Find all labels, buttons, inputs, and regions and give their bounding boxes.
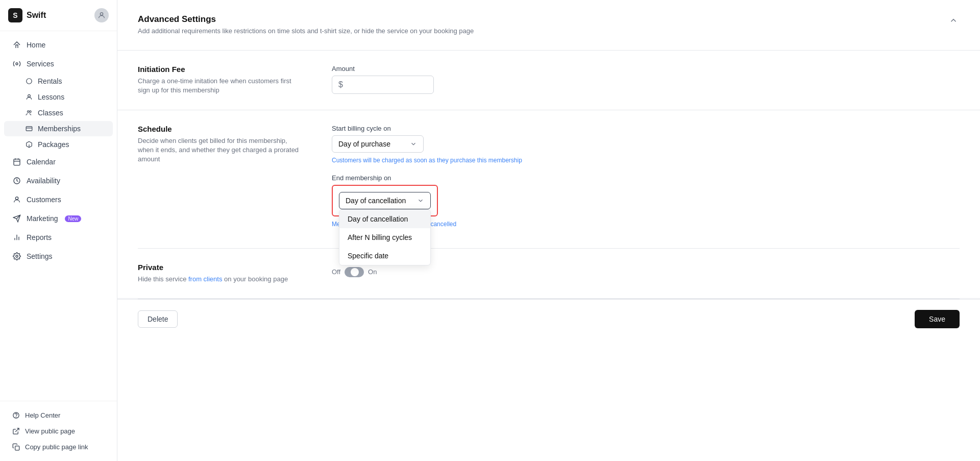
- initiation-fee-title: Initiation Fee: [138, 65, 301, 74]
- view-public-page-item[interactable]: View public page: [4, 423, 113, 439]
- external-link-icon: [12, 427, 20, 435]
- sidebar-item-lessons[interactable]: Lessons: [4, 89, 113, 105]
- copy-public-link-label: Copy public page link: [25, 443, 88, 451]
- svg-point-5: [30, 111, 32, 113]
- sidebar-item-packages[interactable]: Packages: [4, 137, 113, 152]
- content-area: Advanced Settings Add additional require…: [117, 0, 980, 461]
- sidebar-item-memberships[interactable]: Memberships: [4, 121, 113, 136]
- packages-icon: [26, 141, 33, 148]
- end-membership-dropdown-menu: Day of cancellation After N billing cycl…: [339, 209, 431, 265]
- sidebar-item-lessons-label: Lessons: [38, 93, 64, 101]
- dropdown-item-specific-date[interactable]: Specific date: [339, 247, 430, 265]
- start-billing-label: Start billing cycle on: [332, 125, 960, 132]
- sidebar-item-customers[interactable]: Customers: [4, 190, 113, 209]
- sidebar-item-services[interactable]: Services: [4, 55, 113, 73]
- help-center-item[interactable]: Help Center: [4, 407, 113, 423]
- private-title: Private: [138, 263, 301, 272]
- toggle-thumb: [351, 268, 359, 276]
- private-desc: Hide this service from clients on your b…: [138, 275, 301, 284]
- svg-point-2: [27, 79, 32, 84]
- private-desc-prefix: Hide this service: [138, 275, 188, 283]
- private-toggle[interactable]: [345, 267, 364, 277]
- schedule-row: Schedule Decide when clients get billed …: [117, 110, 980, 248]
- initiation-fee-row: Initiation Fee Charge a one-time initati…: [117, 51, 980, 110]
- copy-public-link-item[interactable]: Copy public page link: [4, 439, 113, 455]
- initiation-fee-left: Initiation Fee Charge a one-time initati…: [138, 65, 301, 95]
- advanced-settings-collapse-btn[interactable]: [947, 14, 960, 27]
- svg-rect-9: [14, 159, 20, 165]
- marketing-badge: New: [65, 215, 81, 222]
- end-membership-select[interactable]: Day of cancellation: [339, 192, 431, 209]
- toggle-off-label: Off: [332, 268, 340, 276]
- page-footer: Delete Save: [117, 299, 980, 338]
- main-content: Advanced Settings Add additional require…: [117, 0, 980, 461]
- sidebar-item-packages-label: Packages: [38, 140, 69, 149]
- start-billing-select[interactable]: Day of purchase: [332, 135, 424, 153]
- svg-point-0: [100, 13, 103, 15]
- rentals-icon: [26, 78, 33, 85]
- sidebar-nav: Home Services Rentals Lessons Clas: [0, 31, 117, 401]
- initiation-fee-right: Amount $: [332, 65, 960, 94]
- svg-point-18: [16, 255, 18, 257]
- sidebar-item-marketing[interactable]: Marketing New: [4, 209, 113, 228]
- sidebar-item-marketing-label: Marketing: [27, 214, 58, 223]
- end-membership-label: End membership on: [332, 174, 960, 182]
- sidebar-item-availability[interactable]: Availability: [4, 172, 113, 190]
- sidebar-item-home[interactable]: Home: [4, 36, 113, 54]
- sidebar-item-rentals-label: Rentals: [38, 77, 62, 85]
- sidebar-item-customers-label: Customers: [27, 196, 61, 204]
- private-desc-link: from clients: [188, 275, 222, 283]
- sidebar-item-settings[interactable]: Settings: [4, 247, 113, 265]
- amount-label: Amount: [332, 65, 960, 72]
- delete-button[interactable]: Delete: [138, 310, 178, 328]
- sidebar-item-home-label: Home: [27, 41, 45, 49]
- sidebar-item-reports[interactable]: Reports: [4, 228, 113, 247]
- sidebar-item-services-label: Services: [27, 60, 54, 68]
- private-desc-suffix: on your booking page: [222, 275, 288, 283]
- private-left: Private Hide this service from clients o…: [138, 263, 301, 284]
- sidebar-item-calendar[interactable]: Calendar: [4, 153, 113, 171]
- private-row: Private Hide this service from clients o…: [117, 249, 980, 299]
- schedule-title: Schedule: [138, 125, 301, 133]
- sidebar-item-settings-label: Settings: [27, 252, 53, 260]
- marketing-icon: [12, 214, 21, 223]
- memberships-icon: [26, 125, 33, 132]
- amount-input-wrapper: $: [332, 76, 434, 94]
- avatar[interactable]: [94, 8, 109, 22]
- sidebar-item-classes-label: Classes: [38, 109, 63, 117]
- customers-icon: [12, 195, 21, 204]
- initiation-fee-desc: Charge a one-time initation fee when cus…: [138, 77, 301, 95]
- sidebar-item-classes[interactable]: Classes: [4, 105, 113, 120]
- advanced-settings-desc: Add additional requirements like restric…: [138, 27, 474, 36]
- save-button[interactable]: Save: [915, 310, 960, 328]
- reports-icon: [12, 233, 21, 242]
- lessons-icon: [26, 93, 33, 101]
- sidebar-footer: Help Center View public page Copy public…: [0, 401, 117, 461]
- svg-point-14: [15, 197, 18, 200]
- help-icon: [12, 411, 20, 419]
- logo-icon: S: [8, 8, 22, 22]
- amount-input[interactable]: [345, 81, 427, 89]
- sidebar-item-calendar-label: Calendar: [27, 158, 56, 166]
- logo-text: Swift: [27, 11, 46, 20]
- settings-icon: [12, 252, 21, 261]
- svg-point-1: [16, 63, 18, 65]
- end-membership-value: Day of cancellation: [346, 197, 406, 205]
- dropdown-item-day-of-cancellation[interactable]: Day of cancellation: [339, 210, 430, 228]
- svg-rect-6: [26, 127, 32, 131]
- sidebar-item-availability-label: Availability: [27, 177, 60, 185]
- calendar-icon: [12, 157, 21, 166]
- dollar-sign: $: [338, 80, 343, 89]
- sidebar-header: S Swift: [0, 0, 117, 31]
- dropdown-item-after-n-billing-cycles[interactable]: After N billing cycles: [339, 228, 430, 247]
- end-membership-dropdown-container: Day of cancellation Day of cancellation …: [332, 185, 438, 216]
- sidebar-item-rentals[interactable]: Rentals: [4, 74, 113, 89]
- svg-point-20: [16, 417, 16, 417]
- svg-point-4: [28, 111, 30, 113]
- svg-point-3: [28, 94, 31, 97]
- sidebar-logo: S Swift: [8, 8, 46, 22]
- advanced-settings-section: Advanced Settings Add additional require…: [117, 0, 980, 51]
- services-icon: [12, 59, 21, 68]
- home-icon: [12, 40, 21, 50]
- toggle-on-label: On: [368, 268, 377, 276]
